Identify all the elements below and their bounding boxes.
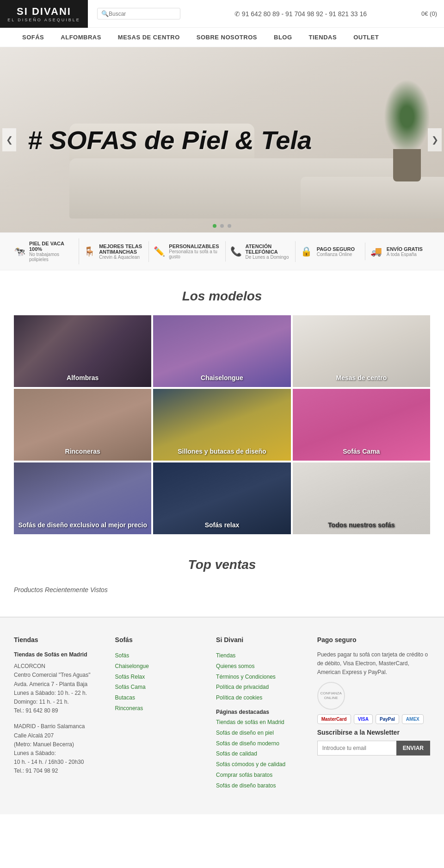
top-ventas-section: Top ventas Productos Recientemente Visto… [0,548,444,617]
newsletter-submit-button[interactable]: ENVIAR [396,741,430,756]
hero-dot-2[interactable] [220,224,224,228]
footer-link-terminos[interactable]: Términos y Condiciones [216,672,303,682]
newsletter-title: Suscribirse a la Newsletter [317,729,430,736]
card-rinconeras[interactable]: Rinconeras [14,389,151,461]
footer-link-tiendas[interactable]: Tiendas [216,650,303,661]
nav-nosotros[interactable]: SOBRE NOSOTROS [197,34,257,41]
footer-pago-title: Pago seguro [317,636,430,643]
visa-icon: VISA [354,714,373,724]
confianza-badge: CONFIANZAONLINE [317,682,345,710]
footer-link-sofas-relax[interactable]: Sofás Relax [115,672,203,682]
lock-icon: 🔒 [300,245,313,258]
payment-icons: MasterCard VISA PayPal AMEX [317,714,430,724]
footer-link-sofas-cama[interactable]: Sofás Cama [115,682,203,693]
footer-tiendas: Tiendas Tiendas de Sofás en Madrid ALCOR… [14,636,101,791]
card-alfombras[interactable]: Alfombras [14,315,151,387]
header: SI DIVANI EL DISEÑO ASEQUIBLE 🔍 ✆ 91 642… [0,0,444,28]
mastercard-icon: MasterCard [317,714,351,724]
card-mesas-centro[interactable]: Mesas de centro [293,315,430,387]
footer-pago: Pago seguro Puedes pagar tu sofá con tar… [317,636,430,791]
footer-tiendas-title: Tiendas [14,636,101,643]
nav-alfombras[interactable]: ALFOMBRAS [61,34,101,41]
footer-sidivani: Si Divani Tiendas Quienes somos Términos… [216,636,303,791]
feature-personalizables: ✏️ PERSONALIZABLES Personaliza tu sofá a… [149,241,225,262]
amex-icon: AMEX [402,714,424,724]
card-sofas-cama-label: Sofás Cama [343,448,380,455]
search-input[interactable] [109,11,173,17]
footer-link-sofas-moderno[interactable]: Sofás de diseño moderno [216,738,303,749]
nav-blog[interactable]: BLOG [274,34,292,41]
hero-banner: # SOFAS de Piel & Tela ❮ ❯ [0,47,444,232]
card-todos-label: Todos nuestros sofás [328,521,395,529]
feature-piel-sub: No trabajamos polipieles [29,252,74,262]
card-todos-sofas[interactable]: Todos nuestros sofás [293,462,430,534]
hero-prev-button[interactable]: ❮ [2,128,16,151]
truck-icon: 🚚 [370,245,383,258]
card-exclusivos-label: Sofás de diseño exclusivo al mejor preci… [18,521,147,529]
feature-personalizables-sub: Personaliza tu sofá a tu gusto [169,249,220,259]
footer-link-rinconeras[interactable]: Rinconeras [115,703,203,714]
footer-link-comprar-sofas[interactable]: Comprar sofás baratos [216,770,303,781]
newsletter-section: Suscribirse a la Newsletter ENVIAR [317,729,430,756]
card-sofas-relax[interactable]: Sofás relax [153,462,290,534]
footer-sofas-title: Sofás [115,636,203,643]
footer-link-cookies[interactable]: Política de cookies [216,693,303,703]
card-sofas-cama[interactable]: Sofás Cama [293,389,430,461]
top-ventas-title: Top ventas [14,557,430,581]
card-sillones[interactable]: Sillones y butacas de diseño [153,389,290,461]
card-chaiselongue[interactable]: Chaiselongue [153,315,290,387]
footer-grid: Tiendas Tiendas de Sofás en Madrid ALCOR… [14,636,430,791]
card-mesas-label: Mesas de centro [336,374,387,381]
nav-outlet[interactable]: OUTLET [353,34,379,41]
footer-link-sofas-diseno-baratos[interactable]: Sofás de diseño baratos [216,781,303,791]
cow-icon: 🐄 [14,245,25,258]
models-title: Los modelos [0,270,444,315]
footer-link-sofas-comodos[interactable]: Sofás cómodos y de calidad [216,759,303,770]
footer-link-butacas[interactable]: Butacas [115,693,203,703]
nav-mesas[interactable]: MESAS DE CENTRO [118,34,180,41]
hero-dots [213,224,231,228]
feature-atencion: 📞 ATENCIÓN TELEFÓNICA De Lunes a Domingo [226,241,296,262]
feature-pago-sub: Confianza Online [317,252,355,257]
logo[interactable]: SI DIVANI EL DISEÑO ASEQUIBLE [0,0,88,28]
feature-pago-title: PAGO SEGURO [317,246,355,252]
card-sillones-label: Sillones y butacas de diseño [178,448,266,455]
feature-piel-title: PIEL DE VACA 100% [29,241,74,252]
hero-dot-1[interactable] [213,224,216,228]
hero-title: # SOFAS de Piel & Tela [28,125,416,155]
phone-display: ✆ 91 642 80 89 - 91 704 98 92 - 91 821 3… [204,10,398,18]
feature-telas: 🪑 MEJORES TELAS ANTIMANCHAS Crevin & Aqu… [79,241,149,262]
phone-icon: 📞 [230,245,242,258]
footer-link-privacidad[interactable]: Política de privacidad [216,682,303,693]
footer-tiendas-madrid-title: Tiendas de Sofás en Madrid [14,650,101,659]
search-area: 🔍 [88,8,204,19]
footer-link-quienes[interactable]: Quienes somos [216,661,303,672]
footer-address-alcorcon: ALCORCON Centro Comercial "Tres Aguas" A… [14,662,101,715]
footer-link-sofas-piel[interactable]: Sofás de diseño en piel [216,728,303,738]
footer-sofas: Sofás Sofás Chaiselongue Sofás Relax Sof… [115,636,203,791]
search-icon: 🔍 [101,10,109,17]
nav-tiendas[interactable]: TIENDAS [309,34,337,41]
hero-dot-3[interactable] [228,224,231,228]
logo-main: SI DIVANI [17,6,71,18]
footer-link-sofas-calidad[interactable]: Sofás de calidad [216,749,303,759]
main-navigation: SOFÁS ALFOMBRAS MESAS DE CENTRO SOBRE NO… [0,28,444,47]
newsletter-form: ENVIAR [317,741,430,756]
nav-sofas[interactable]: SOFÁS [22,34,44,41]
feature-envio-title: ENVÍO GRATIS [387,246,423,252]
feature-telas-sub: Crevin & Aquaclean [99,255,144,260]
footer-link-sofas-madrid[interactable]: Tiendas de sofás en Madrid [216,717,303,728]
card-alfombras-label: Alfombras [67,374,99,381]
footer-link-chaiselongue[interactable]: Chaiselongue [115,661,203,672]
feature-pago: 🔒 PAGO SEGURO Confianza Online [296,243,365,260]
footer-pago-text: Puedes pagar tu sofá con tarjeta de créd… [317,650,430,677]
newsletter-input[interactable] [317,741,396,756]
features-bar: 🐄 PIEL DE VACA 100% No trabajamos polipi… [0,232,444,270]
personalize-icon: ✏️ [154,245,165,258]
phone-number: ✆ 91 642 80 89 - 91 704 98 92 - 91 821 3… [234,10,367,18]
hero-next-button[interactable]: ❯ [428,128,442,151]
card-exclusivos[interactable]: Sofás de diseño exclusivo al mejor preci… [14,462,151,534]
feature-telas-title: MEJORES TELAS ANTIMANCHAS [99,244,144,255]
footer-link-sofas[interactable]: Sofás [115,650,203,661]
cart-button[interactable]: 0€ (0) [398,10,444,17]
